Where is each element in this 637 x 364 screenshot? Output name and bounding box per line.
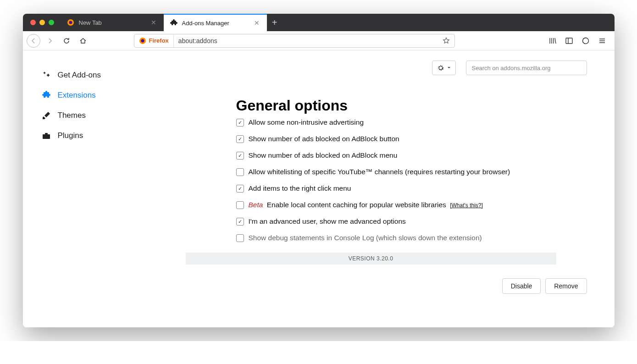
option-row: Beta Enable local content caching for po… xyxy=(236,197,587,213)
main-area: General options Allow some non-intrusive… xyxy=(186,50,615,327)
sidebar-item-extensions[interactable]: Extensions xyxy=(23,85,186,105)
new-tab-button[interactable]: + xyxy=(267,14,282,31)
checkbox[interactable] xyxy=(236,119,244,127)
option-label: Enable local content caching for popular… xyxy=(267,201,446,209)
gear-icon xyxy=(437,64,444,72)
version-bar: VERSION 3.20.0 xyxy=(186,253,556,265)
browser-window: New Tab ✕ Add-ons Manager ✕ + xyxy=(23,14,615,327)
tools-menu-button[interactable] xyxy=(432,61,456,75)
whats-this-link[interactable]: [What's this?] xyxy=(450,202,483,209)
tabs: New Tab ✕ Add-ons Manager ✕ xyxy=(61,14,267,31)
search-input[interactable] xyxy=(466,61,587,75)
content-area: Get Add-ons Extensions Themes Plugins xyxy=(23,50,615,327)
beta-badge: Beta xyxy=(249,201,263,209)
identity-box[interactable]: Firefox xyxy=(134,34,174,47)
nav-bar: Firefox about:addons xyxy=(23,31,615,50)
svg-point-1 xyxy=(69,21,72,24)
sparkle-plus-icon xyxy=(41,71,51,80)
checkbox[interactable] xyxy=(236,168,244,176)
url-bar[interactable]: Firefox about:addons xyxy=(134,34,455,48)
option-row: Allow whitelisting of specific YouTube™ … xyxy=(236,164,587,180)
puzzle-icon xyxy=(170,19,177,27)
option-label: Allow whitelisting of specific YouTube™ … xyxy=(249,168,510,176)
sidebar-item-get-addons[interactable]: Get Add-ons xyxy=(23,65,186,85)
option-row: Show number of ads blocked on AdBlock me… xyxy=(236,147,587,164)
url-text: about:addons xyxy=(174,37,438,44)
svg-rect-4 xyxy=(566,38,572,44)
reload-button[interactable] xyxy=(60,34,73,48)
checkbox[interactable] xyxy=(236,152,244,160)
sidebar-item-label: Plugins xyxy=(58,131,83,140)
sidebar-item-label: Themes xyxy=(58,111,86,120)
maximize-window-icon[interactable] xyxy=(49,20,54,25)
checkbox[interactable] xyxy=(236,185,244,193)
option-row: I'm an advanced user, show me advanced o… xyxy=(236,213,587,230)
library-icon[interactable] xyxy=(546,34,559,48)
sidebar-item-themes[interactable]: Themes xyxy=(23,105,186,126)
tab-close-icon[interactable]: ✕ xyxy=(149,18,158,27)
option-label: Allow some non-intrusive advertising xyxy=(249,118,364,127)
option-label: Add items to the right click menu xyxy=(249,184,351,193)
brush-icon xyxy=(41,111,51,120)
option-row: Show debug statements in Console Log (wh… xyxy=(236,230,587,246)
tab-label: Add-ons Manager xyxy=(182,20,229,27)
svg-rect-6 xyxy=(43,134,50,139)
tab-bar: New Tab ✕ Add-ons Manager ✕ + xyxy=(23,14,615,31)
svg-point-3 xyxy=(141,39,144,42)
panel-title: General options xyxy=(236,97,587,114)
identity-brand: Firefox xyxy=(149,37,169,44)
detail-panel: General options Allow some non-intrusive… xyxy=(186,88,587,294)
option-label: I'm an advanced user, show me advanced o… xyxy=(249,217,406,226)
tab-label: New Tab xyxy=(79,19,102,26)
option-row: Add items to the right click menu xyxy=(236,180,587,197)
briefcase-icon xyxy=(41,131,51,140)
minimize-window-icon[interactable] xyxy=(39,20,45,25)
firefox-icon xyxy=(139,37,146,44)
back-button[interactable] xyxy=(27,34,40,48)
window-controls xyxy=(23,14,61,31)
sidebar: Get Add-ons Extensions Themes Plugins xyxy=(23,50,186,327)
sidebar-item-plugins[interactable]: Plugins xyxy=(23,126,186,146)
bookmark-star-icon[interactable] xyxy=(438,37,454,44)
nav-right-controls xyxy=(546,34,611,48)
main-toolbar xyxy=(186,61,587,88)
close-window-icon[interactable] xyxy=(30,20,36,25)
sidebar-icon[interactable] xyxy=(562,34,576,48)
disable-button[interactable]: Disable xyxy=(502,278,541,294)
checkbox[interactable] xyxy=(236,135,244,143)
option-row: Show number of ads blocked on AdBlock bu… xyxy=(236,131,587,147)
checkbox[interactable] xyxy=(236,201,244,209)
forward-button[interactable] xyxy=(43,34,57,48)
tab-new-tab[interactable]: New Tab ✕ xyxy=(61,14,164,31)
tab-addons-manager[interactable]: Add-ons Manager ✕ xyxy=(164,14,267,31)
remove-button[interactable]: Remove xyxy=(545,278,587,294)
svg-rect-7 xyxy=(45,133,48,134)
option-label: Show debug statements in Console Log (wh… xyxy=(249,234,482,242)
checkbox[interactable] xyxy=(236,218,244,226)
sidebar-item-label: Extensions xyxy=(58,91,96,100)
action-row: Disable Remove xyxy=(186,265,587,294)
option-label: Show number of ads blocked on AdBlock me… xyxy=(249,151,398,160)
firefox-icon xyxy=(67,19,74,26)
shield-icon[interactable] xyxy=(579,34,593,48)
menu-icon[interactable] xyxy=(595,34,609,48)
tab-close-icon[interactable]: ✕ xyxy=(252,19,261,27)
home-button[interactable] xyxy=(76,34,90,48)
option-label: Show number of ads blocked on AdBlock bu… xyxy=(249,135,399,143)
checkbox[interactable] xyxy=(236,234,244,242)
puzzle-icon xyxy=(41,91,51,100)
chevron-down-icon xyxy=(447,66,451,70)
option-row: Allow some non-intrusive advertising xyxy=(236,114,587,131)
sidebar-item-label: Get Add-ons xyxy=(58,71,101,80)
